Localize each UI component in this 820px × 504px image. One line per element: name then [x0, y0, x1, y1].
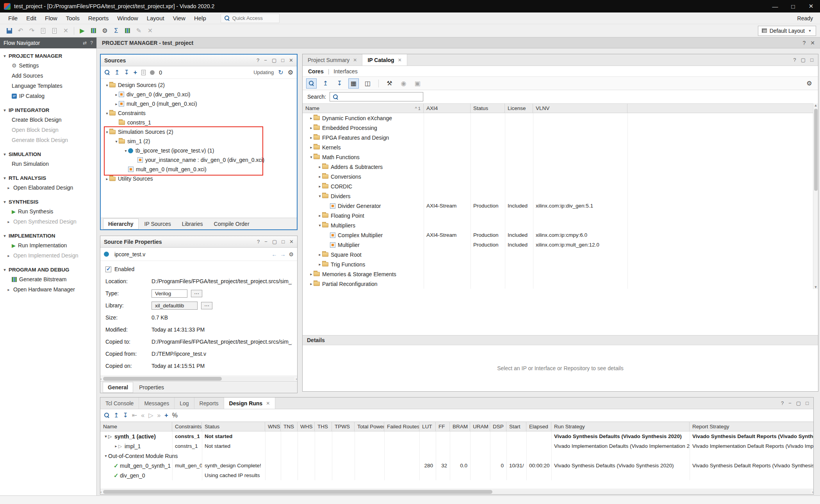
taxonomy-view-icon[interactable]: ◫	[362, 78, 373, 89]
catalog-row-adders-subtracters[interactable]: ▸ Adders & Subtracters	[303, 162, 818, 172]
scrollbar-thumb[interactable]	[103, 377, 222, 381]
tab-general[interactable]: General	[103, 382, 133, 393]
maximize-icon[interactable]: □	[810, 57, 813, 63]
collapse-all-icon[interactable]: ↥	[320, 78, 331, 89]
section-header-implementation[interactable]: ▾ IMPLEMENTATION	[0, 231, 96, 240]
menu-item-help[interactable]: Help	[190, 15, 210, 21]
tree-row-simulation-sources[interactable]: ▾ Simulation Sources (2)	[101, 127, 297, 137]
tab-hierarchy[interactable]: Hierarchy	[103, 218, 139, 229]
nav-item-create-block-design[interactable]: Create Block Design	[0, 115, 96, 125]
chevron-right-icon[interactable]: ▸	[309, 116, 314, 120]
minimize-icon[interactable]: −	[264, 239, 267, 245]
chevron-right-icon[interactable]: ▸	[317, 213, 322, 218]
column-header-total-power[interactable]: Total Power	[355, 422, 384, 431]
chevron-right-icon[interactable]: ▸	[114, 102, 119, 106]
column-header-lut[interactable]: LUT	[419, 422, 436, 431]
undo-button[interactable]: ↶	[15, 26, 26, 36]
collapse-all-icon[interactable]: ↥	[114, 410, 119, 421]
tab-ip-catalog[interactable]: IP Catalog ✕	[362, 54, 407, 66]
section-header-synthesis[interactable]: ▾ SYNTHESIS	[0, 197, 96, 206]
run-row-mult-gen-0-synth-1[interactable]: ✓ mult_gen_0_synth_1 mult_gen_0 synth_de…	[100, 461, 813, 470]
tab-libraries[interactable]: Libraries	[177, 218, 208, 229]
help-icon[interactable]: ?	[257, 57, 259, 63]
percent-icon[interactable]: %	[172, 410, 178, 421]
nav-item-run-synthesis[interactable]: ▶ Run Synthesis	[0, 206, 96, 217]
catalog-row-cordic[interactable]: ▸ CORDIC	[303, 181, 818, 191]
float-icon[interactable]: ▢	[272, 239, 277, 245]
chevron-right-icon[interactable]: ▸	[6, 186, 11, 190]
paste-button[interactable]	[49, 26, 60, 36]
tab-tcl-console[interactable]: Tcl Console	[100, 398, 139, 409]
ip-search-input[interactable]	[341, 94, 420, 100]
tab-properties[interactable]: Properties	[134, 382, 169, 393]
section-header-project-manager[interactable]: ▾ PROJECT MANAGER	[0, 51, 96, 60]
column-header-uram[interactable]: URAM	[470, 422, 490, 431]
cancel-button[interactable]: ✕	[145, 26, 155, 36]
add-sources-icon[interactable]: +	[134, 67, 137, 78]
chart-button[interactable]	[122, 26, 133, 36]
horizontal-scrollbar[interactable]: ‹ ›	[100, 376, 297, 381]
ip-settings-icon[interactable]: ⚒	[384, 78, 395, 89]
column-header-start[interactable]: Start	[506, 422, 526, 431]
tab-project-summary[interactable]: Project Summary ✕	[303, 54, 362, 66]
menu-item-window[interactable]: Window	[113, 15, 142, 21]
help-icon[interactable]: ?	[257, 239, 260, 245]
run-row-ooc-module-runs[interactable]: ▾ Out-of-Context Module Runs	[100, 451, 813, 461]
catalog-row-kernels[interactable]: ▸ Kernels	[303, 142, 818, 152]
catalog-row-multipliers[interactable]: ▾ Multipliers	[303, 220, 818, 230]
column-header-tns[interactable]: TNS	[281, 422, 298, 431]
refresh-icon[interactable]: ↻	[278, 67, 283, 78]
tree-row-your-instance-name[interactable]: your_instance_name : div_gen_0 (div_gen_…	[101, 155, 297, 165]
column-header-ff[interactable]: FF	[436, 422, 450, 431]
scroll-right-icon[interactable]: ›	[812, 490, 813, 494]
chevron-right-icon[interactable]: ▸	[317, 252, 322, 257]
tree-row-div-gen-0[interactable]: ▸ div_gen_0 (div_gen_0.xci)	[101, 90, 297, 99]
scrollbar-thumb[interactable]	[103, 490, 492, 494]
chevron-right-icon[interactable]: ▸	[309, 282, 314, 286]
chevron-down-icon[interactable]: ▾	[105, 111, 109, 115]
maximize-icon[interactable]: □	[806, 400, 809, 406]
minimize-icon[interactable]: −	[788, 400, 791, 406]
column-header-vlnv[interactable]: VLNV	[533, 104, 627, 113]
nav-item-open-synthesized-design[interactable]: ▸ Open Synthesized Design	[0, 217, 96, 227]
report-sum-button[interactable]: Σ	[111, 26, 121, 36]
nav-item-open-elaborated-design[interactable]: ▸ Open Elaborated Design	[0, 183, 96, 193]
menu-item-flow[interactable]: Flow	[41, 15, 62, 21]
chevron-down-icon[interactable]: ▾	[317, 223, 322, 227]
column-header-axi4[interactable]: AXI4	[424, 104, 471, 113]
catalog-row-fpga-features-and-design[interactable]: ▸ FPGA Features and Design	[303, 133, 818, 142]
maximize-button[interactable]: □	[784, 0, 802, 12]
section-header-simulation[interactable]: ▾ SIMULATION	[0, 150, 96, 159]
repository-icon[interactable]: ▣	[412, 78, 423, 89]
run-button[interactable]: ▶	[77, 26, 87, 36]
tree-row-mult-gen-0[interactable]: ▸ mult_gen_0 (mult_gen_0.xci)	[101, 99, 297, 108]
search-toggle-button[interactable]	[306, 78, 317, 89]
ip-search-box[interactable]	[330, 92, 423, 101]
chevron-down-icon[interactable]: ▾	[105, 130, 109, 134]
save-button[interactable]	[4, 26, 14, 36]
chevron-down-icon[interactable]: ▾	[309, 155, 314, 159]
column-header-name[interactable]: Name ^ 1	[303, 104, 424, 113]
chevron-right-icon[interactable]: ▸	[6, 254, 11, 258]
catalog-row-embedded-processing[interactable]: ▸ Embedded Processing	[303, 123, 818, 133]
settings-button[interactable]: ⚙	[100, 26, 110, 36]
tree-row-design-sources[interactable]: ▾ Design Sources (2)	[101, 80, 297, 90]
menu-item-tools[interactable]: Tools	[62, 15, 84, 21]
run-row-impl-1[interactable]: ▸ ▷ impl_1 constrs_1 Not started Vivado …	[100, 441, 813, 451]
expand-all-icon[interactable]: ↧	[124, 67, 129, 78]
chevron-down-icon[interactable]: ▾	[114, 139, 119, 144]
scroll-down-icon[interactable]: ▼	[814, 285, 818, 289]
catalog-row-dynamic-function-exchange[interactable]: ▸ Dynamic Function eXchange	[303, 113, 818, 123]
chevron-down-icon[interactable]: ▾	[105, 83, 109, 87]
scroll-up-icon[interactable]: ▲	[814, 103, 818, 107]
column-header-failed-routes[interactable]: Failed Routes	[384, 422, 419, 431]
library-input[interactable]: xil_defaultlib	[152, 302, 198, 310]
quick-access-box[interactable]	[221, 14, 280, 23]
swap-panel-icon[interactable]: ⇄	[83, 40, 87, 46]
gear-icon[interactable]: ⚙	[804, 78, 815, 89]
tab-messages[interactable]: Messages	[139, 398, 175, 409]
type-browse-button[interactable]: ⋯	[191, 290, 202, 297]
gear-icon[interactable]: ⚙	[288, 67, 293, 78]
column-header-report-strategy[interactable]: Report Strategy	[690, 422, 813, 431]
tab-design-runs[interactable]: Design Runs ✕	[224, 398, 276, 409]
